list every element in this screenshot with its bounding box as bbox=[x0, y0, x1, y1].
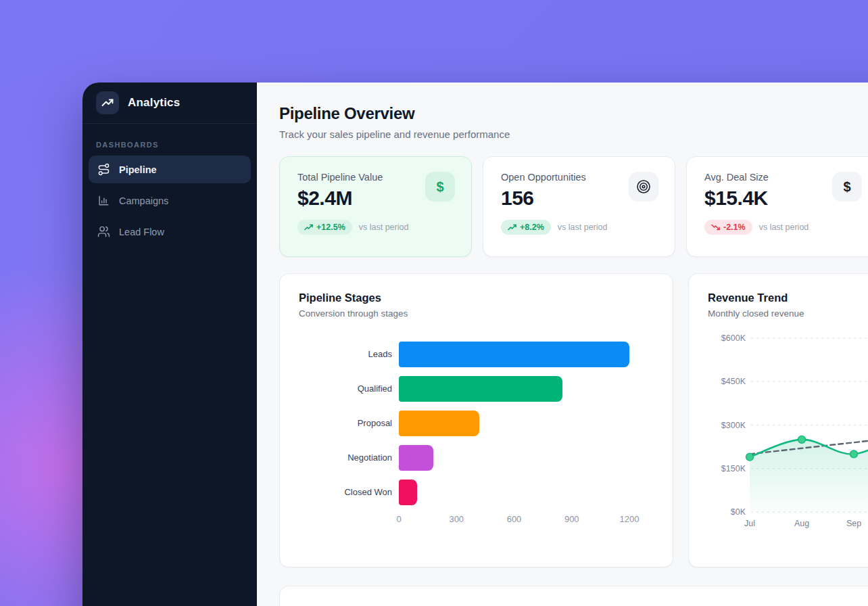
bar-track bbox=[399, 480, 632, 505]
compare-label: vs last period bbox=[359, 223, 409, 232]
data-point-aug[interactable] bbox=[798, 436, 806, 443]
app-title: Analytics bbox=[128, 96, 180, 110]
bar-row: Qualified bbox=[299, 376, 654, 402]
change-badge: +8.2% bbox=[501, 220, 551, 235]
kpi-card-total-pipeline-value: Total Pipeline Value $2.4M $ +12.5% vs l… bbox=[279, 156, 472, 257]
x-tick-label: Sep bbox=[846, 519, 861, 528]
route-icon bbox=[97, 163, 110, 176]
bar-track bbox=[399, 411, 632, 436]
bar-category-label: Qualified bbox=[299, 383, 399, 395]
chart-subtitle: Conversion through stages bbox=[299, 308, 654, 319]
main-content: Pipeline Overview Track your sales pipel… bbox=[257, 83, 868, 606]
dollar-icon: $ bbox=[425, 172, 455, 202]
bar-row: Negotiation bbox=[299, 445, 654, 471]
charts-row: Pipeline Stages Conversion through stage… bbox=[279, 273, 868, 567]
bar-category-label: Proposal bbox=[299, 418, 399, 429]
bar-qualified[interactable] bbox=[399, 376, 562, 402]
page-title: Pipeline Overview bbox=[279, 104, 868, 123]
trending-down-icon bbox=[711, 224, 720, 231]
bar-category-label: Closed Won bbox=[299, 487, 399, 498]
revenue-trend-line-chart: $600K$450K$300K$150K$0KJulAugSep bbox=[708, 324, 868, 535]
sidebar-item-pipeline[interactable]: Pipeline bbox=[89, 156, 251, 183]
trending-up-icon bbox=[101, 97, 114, 109]
sidebar-item-label: Lead Flow bbox=[119, 227, 164, 237]
trending-up-icon bbox=[304, 224, 313, 231]
sidebar-logo-row: Analytics bbox=[82, 83, 257, 124]
y-tick-label: $450K bbox=[721, 377, 746, 386]
bar-category-label: Negotiation bbox=[299, 452, 399, 464]
bar-leads[interactable] bbox=[399, 342, 629, 367]
bar-track bbox=[399, 342, 632, 367]
kpi-card-open-opportunities: Open Opportunities 156 +8.2% vs last per… bbox=[483, 156, 675, 257]
compare-label: vs last period bbox=[558, 223, 608, 232]
chart-title: Revenue Trend bbox=[708, 292, 868, 304]
bar-proposal[interactable] bbox=[399, 411, 479, 436]
sidebar-section-label: DASHBOARDS bbox=[96, 141, 243, 149]
sidebar: Analytics DASHBOARDS Pipeline Campaigns bbox=[82, 83, 257, 606]
bar-chart-icon bbox=[97, 194, 110, 207]
sidebar-item-label: Campaigns bbox=[119, 195, 168, 206]
bar-row: Leads bbox=[299, 342, 654, 367]
x-tick-label: 300 bbox=[449, 514, 464, 524]
pipeline-stages-card: Pipeline Stages Conversion through stage… bbox=[279, 273, 673, 567]
change-badge: -2.1% bbox=[704, 220, 752, 235]
chart-subtitle: Monthly closed revenue bbox=[708, 308, 868, 319]
data-point-jul[interactable] bbox=[746, 453, 754, 461]
bar-chart-x-axis: 03006009001200 bbox=[399, 514, 632, 526]
dollar-icon: $ bbox=[832, 172, 862, 202]
y-tick-label: $300K bbox=[721, 421, 746, 430]
x-tick-label: 0 bbox=[396, 514, 401, 524]
x-tick-label: 600 bbox=[507, 514, 522, 524]
y-tick-label: $0K bbox=[731, 507, 746, 517]
page-subtitle: Track your sales pipeline and revenue pe… bbox=[279, 129, 868, 140]
revenue-trend-card: Revenue Trend Monthly closed revenue $60… bbox=[688, 273, 868, 567]
pipeline-stages-bar-chart: LeadsQualifiedProposalNegotiationClosed … bbox=[299, 342, 654, 526]
bar-category-label: Leads bbox=[299, 349, 399, 360]
kpi-card-avg-deal-size: Avg. Deal Size $15.4K $ -2.1% vs last pe… bbox=[686, 156, 868, 257]
x-tick-label: 1200 bbox=[620, 514, 640, 524]
compare-label: vs last period bbox=[759, 223, 809, 232]
x-tick-label: Jul bbox=[744, 519, 755, 528]
bar-track bbox=[399, 445, 632, 471]
users-icon bbox=[97, 225, 110, 238]
sidebar-item-label: Pipeline bbox=[119, 164, 157, 175]
data-point-sep[interactable] bbox=[850, 450, 858, 458]
bottom-card-partial bbox=[279, 586, 868, 606]
chart-title: Pipeline Stages bbox=[299, 292, 654, 304]
bar-row: Proposal bbox=[299, 411, 654, 436]
x-tick-label: 900 bbox=[564, 514, 579, 524]
trending-up-icon bbox=[508, 224, 516, 231]
y-tick-label: $150K bbox=[721, 464, 746, 473]
bar-closed-won[interactable] bbox=[399, 480, 417, 505]
y-tick-label: $600K bbox=[721, 333, 746, 343]
target-icon bbox=[629, 172, 658, 202]
analytics-logo bbox=[96, 91, 119, 114]
sidebar-item-lead-flow[interactable]: Lead Flow bbox=[89, 218, 251, 246]
sidebar-item-campaigns[interactable]: Campaigns bbox=[89, 187, 251, 214]
x-tick-label: Aug bbox=[794, 519, 809, 528]
bar-row: Closed Won bbox=[299, 480, 654, 505]
app-window: Analytics DASHBOARDS Pipeline Campaigns bbox=[82, 83, 868, 606]
change-badge: +12.5% bbox=[297, 220, 352, 235]
kpi-row: Total Pipeline Value $2.4M $ +12.5% vs l… bbox=[279, 156, 868, 257]
bar-negotiation[interactable] bbox=[399, 445, 433, 471]
sidebar-nav: Pipeline Campaigns Lead Flow bbox=[82, 156, 257, 249]
bar-track bbox=[399, 376, 632, 402]
